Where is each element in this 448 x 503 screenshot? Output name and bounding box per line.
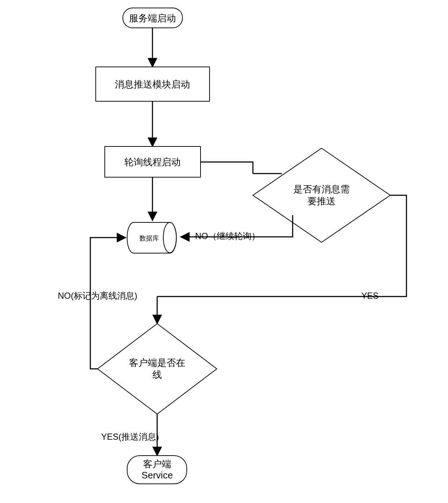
- edge-yes-has-label: YES: [361, 291, 379, 300]
- node-database: 数据库: [127, 222, 176, 253]
- node-start-label: 服务端启动: [129, 13, 176, 24]
- node-client-online-label-2: 线: [152, 369, 162, 380]
- flowchart: 服务端启动 消息推送模块启动 轮询线程启动 是否有消息需 要推送 数据库 NO（…: [0, 0, 448, 503]
- node-poll-thread-label: 轮询线程启动: [124, 157, 181, 167]
- edge-no-continue-label: NO（继续轮询）: [195, 231, 260, 241]
- edge-pollthread-to-decision: [201, 162, 253, 174]
- node-client-online: 客户端是否在 线: [98, 324, 217, 414]
- node-push-module-label: 消息推送模块启动: [115, 79, 190, 90]
- svg-point-4: [163, 222, 176, 253]
- node-start: 服务端启动: [123, 8, 182, 28]
- node-has-message-label-1: 是否有消息需: [293, 184, 350, 195]
- edge-no-offline: [90, 238, 126, 369]
- edge-yes-push-label: YES(推送消息): [101, 432, 159, 442]
- node-end-label-1: 客户端: [143, 459, 171, 469]
- node-end-label-2: Service: [142, 470, 173, 481]
- node-database-label: 数据库: [139, 235, 159, 242]
- node-poll-thread: 轮询线程启动: [105, 146, 201, 177]
- edge-no-offline-label: NO(标记为离线消息): [58, 291, 137, 300]
- node-client-online-label-1: 客户端是否在: [129, 357, 185, 368]
- node-end: 客户端 Service: [127, 456, 187, 484]
- node-has-message: 是否有消息需 要推送: [253, 148, 390, 242]
- node-push-module: 消息推送模块启动: [96, 67, 210, 101]
- node-has-message-label-2: 要推送: [307, 196, 336, 206]
